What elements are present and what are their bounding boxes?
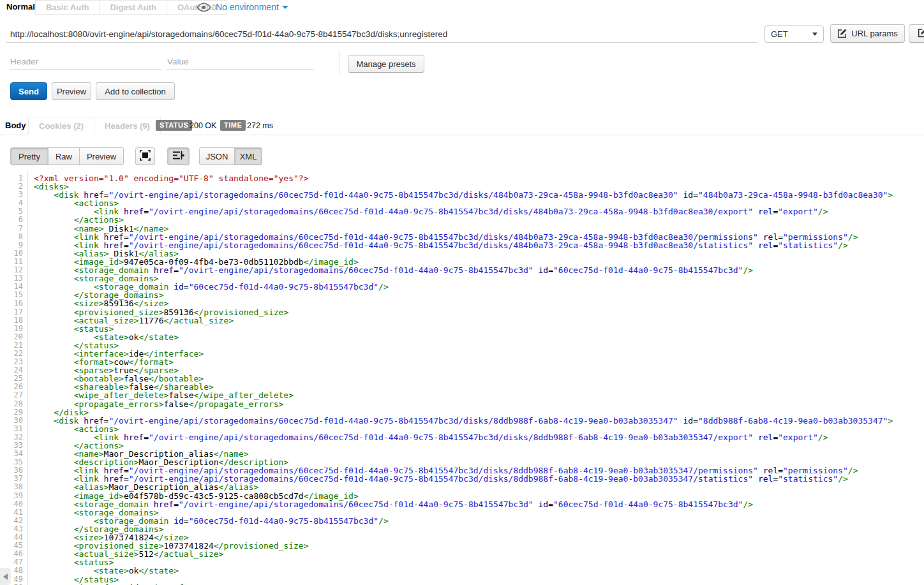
line-number: 21 bbox=[0, 341, 27, 350]
line-number: 40 bbox=[0, 500, 27, 508]
response-tabbar: Body Cookies (2) Headers (9) STATUS 200 … bbox=[0, 117, 924, 135]
preview-mode-button[interactable]: Preview bbox=[79, 147, 124, 165]
code-line: <link href="/ovirt-engine/api/storagedom… bbox=[34, 207, 924, 216]
line-number: 17 bbox=[0, 308, 27, 316]
line-number: 16 bbox=[0, 299, 27, 307]
tab-body[interactable]: Body bbox=[5, 121, 26, 130]
pretty-button[interactable]: Pretty bbox=[10, 147, 48, 165]
line-number: 9 bbox=[0, 241, 27, 249]
status-badge: STATUS bbox=[156, 120, 192, 131]
line-number: 3 bbox=[0, 191, 27, 199]
code-line: <link href="/ovirt-engine/api/storagedom… bbox=[34, 433, 924, 441]
line-number: 5 bbox=[0, 207, 27, 216]
line-number: 20 bbox=[0, 333, 27, 341]
line-number: 2 bbox=[0, 182, 27, 191]
code-line: <storage_domain id="60cec75d-f01d-44a0-9… bbox=[34, 517, 924, 525]
chevron-down-icon bbox=[812, 33, 817, 36]
code-line: <state>ok</state> bbox=[34, 333, 924, 341]
wrap-group bbox=[167, 147, 190, 165]
tab-cookies[interactable]: Cookies (2) bbox=[29, 117, 94, 135]
code-line: <actual_size>512</actual_size> bbox=[34, 550, 924, 558]
eye-icon[interactable] bbox=[197, 3, 211, 15]
line-number: 1 bbox=[0, 174, 27, 182]
time-value: 272 ms bbox=[247, 121, 273, 130]
line-number: 7 bbox=[0, 225, 27, 233]
line-number: 42 bbox=[0, 517, 27, 525]
line-number: 18 bbox=[0, 316, 27, 325]
url-input[interactable] bbox=[6, 26, 757, 43]
vertical-divider bbox=[339, 51, 339, 75]
line-number: 6 bbox=[0, 216, 27, 224]
scroll-left-button[interactable] bbox=[0, 568, 11, 585]
line-number: 29 bbox=[0, 408, 27, 417]
format-mode-group: JSON XML bbox=[199, 147, 262, 165]
line-number: 38 bbox=[0, 483, 27, 491]
line-number: 19 bbox=[0, 325, 27, 333]
tab-basic-auth[interactable]: Basic Auth bbox=[36, 1, 99, 14]
edit-request-button[interactable] bbox=[909, 24, 924, 43]
maximize-body-button[interactable] bbox=[135, 147, 155, 165]
maximize-group bbox=[135, 147, 155, 165]
add-to-collection-button[interactable]: Add to collection bbox=[96, 82, 175, 100]
code-line: <disk href="/ovirt-engine/api/storagedom… bbox=[34, 417, 924, 425]
header-value-input[interactable] bbox=[167, 54, 314, 70]
line-number: 30 bbox=[0, 417, 27, 425]
body-view-mode-group: Pretty Raw Preview bbox=[10, 147, 124, 165]
url-params-label: URL params bbox=[851, 29, 897, 38]
line-number: 10 bbox=[0, 249, 27, 258]
code-line: <state>ok</state> bbox=[34, 566, 924, 575]
edit-icon bbox=[918, 28, 924, 40]
send-button[interactable]: Send bbox=[10, 82, 47, 100]
scroll-left-arrow-icon bbox=[3, 574, 8, 580]
raw-button[interactable]: Raw bbox=[48, 147, 80, 165]
rest-client-window: Normal Basic Auth Digest Auth OAuth 1.0 … bbox=[0, 0, 924, 585]
code-line: <?xml version="1.0" encoding="UTF-8" sta… bbox=[34, 174, 924, 182]
line-number: 39 bbox=[0, 492, 27, 500]
fullscreen-icon bbox=[140, 150, 151, 163]
line-wrap-icon bbox=[172, 151, 184, 162]
header-name-input[interactable] bbox=[10, 54, 162, 70]
environment-label: No environment bbox=[216, 2, 279, 12]
code-line: <storage_domain id="60cec75d-f01d-44a0-9… bbox=[34, 283, 924, 291]
line-number-gutter: 1234567891011121314151617181920212223242… bbox=[0, 171, 28, 585]
manage-presets-button[interactable]: Manage presets bbox=[348, 55, 424, 73]
xml-button[interactable]: XML bbox=[234, 147, 262, 165]
code-line: <disk href="/ovirt-engine/api/storagedom… bbox=[34, 191, 924, 199]
method-value: GET bbox=[771, 29, 788, 39]
code-line: <actual_size>11776</actual_size> bbox=[34, 316, 924, 325]
chevron-down-icon bbox=[282, 6, 288, 9]
code-lines: <?xml version="1.0" encoding="UTF-8" sta… bbox=[29, 171, 924, 585]
line-number: 8 bbox=[0, 233, 27, 241]
time-badge: TIME bbox=[220, 120, 246, 131]
tab-normal[interactable]: Normal bbox=[6, 2, 35, 11]
tab-headers[interactable]: Headers (9) bbox=[94, 117, 160, 135]
method-select[interactable]: GET bbox=[764, 26, 824, 43]
environment-selector[interactable]: No environment bbox=[216, 2, 288, 12]
edit-icon bbox=[837, 29, 847, 38]
tab-digest-auth[interactable]: Digest Auth bbox=[99, 1, 166, 14]
status-value: 200 OK bbox=[190, 121, 216, 130]
code-line: <storage_domain href="/ovirt-engine/api/… bbox=[34, 500, 924, 508]
preview-button[interactable]: Preview bbox=[52, 82, 91, 100]
line-wrap-button[interactable] bbox=[167, 147, 190, 165]
line-number: 28 bbox=[0, 400, 27, 408]
line-number: 31 bbox=[0, 425, 27, 433]
line-number: 27 bbox=[0, 391, 27, 399]
code-line: <propagate_errors>false</propagate_error… bbox=[34, 400, 924, 408]
url-params-button[interactable]: URL params bbox=[830, 24, 905, 43]
line-number: 4 bbox=[0, 199, 27, 207]
code-line: <storage_domain href="/ovirt-engine/api/… bbox=[34, 266, 924, 274]
response-tab-group: Cookies (2) Headers (9) bbox=[28, 117, 161, 135]
json-button[interactable]: JSON bbox=[199, 147, 235, 165]
line-number: 41 bbox=[0, 508, 27, 517]
request-type-tabbar: Normal Basic Auth Digest Auth OAuth 1.0 … bbox=[0, 0, 924, 15]
